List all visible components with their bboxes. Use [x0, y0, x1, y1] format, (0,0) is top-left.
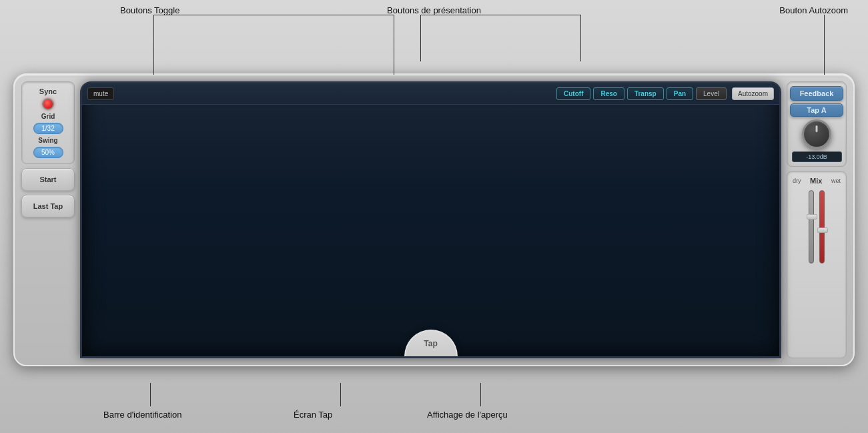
cutoff-button[interactable]: Cutoff — [556, 87, 590, 100]
wet-slider-thumb[interactable] — [817, 228, 828, 233]
annotations-top: Boutons Toggle Boutons de présentation B… — [0, 0, 868, 67]
pan-button[interactable]: Pan — [667, 87, 693, 100]
center-display: mute Cutoff Reso Transp Pan Level Autozo… — [80, 81, 781, 358]
toggle-bracket-top — [153, 15, 394, 15]
swing-value[interactable]: 50% — [33, 147, 63, 158]
identification-bar-annotation: Barre d'identification — [103, 410, 181, 420]
tap-screen-annotation: Écran Tap — [294, 410, 332, 420]
start-button[interactable]: Start — [21, 168, 75, 191]
mix-section: dry Mix wet — [787, 171, 847, 358]
mix-sliders — [809, 190, 825, 270]
feedback-knob[interactable] — [802, 119, 831, 149]
left-buttons-section: Start Last Tap — [21, 168, 75, 358]
sync-toggle[interactable] — [42, 98, 54, 110]
mix-header: dry Mix wet — [790, 177, 843, 185]
plugin-body: Sync Grid 1/32 Swing 50% Start Last Tap … — [13, 73, 855, 366]
grid-label: Grid — [41, 113, 55, 120]
toggle-line-right — [394, 15, 394, 75]
tap-screen-line — [340, 383, 341, 406]
mix-wet-label: wet — [831, 177, 841, 184]
dry-slider-thumb[interactable] — [807, 214, 817, 220]
transp-button[interactable]: Transp — [627, 87, 664, 100]
preview-line-annot — [480, 383, 481, 406]
tap-display-label: Tap — [424, 339, 437, 348]
sync-label: Sync — [39, 87, 57, 95]
right-panel: Feedback Tap A -13.0dB dry Mix wet — [787, 81, 847, 358]
swing-label: Swing — [38, 137, 57, 144]
id-bar-line — [150, 383, 151, 406]
display-toolbar: mute Cutoff Reso Transp Pan Level Autozo… — [82, 83, 779, 105]
tap-a-button[interactable]: Tap A — [790, 103, 843, 117]
autozoom-button-annotation: Bouton Autozoom — [779, 5, 848, 15]
toggle-line-left — [153, 15, 154, 75]
feedback-section: Feedback Tap A -13.0dB — [787, 81, 847, 167]
presentation-buttons-annotation: Boutons de présentation — [387, 5, 481, 15]
db-display: -13.0dB — [792, 151, 842, 162]
mute-button[interactable]: mute — [87, 87, 114, 100]
pres-line-left — [420, 15, 421, 61]
mix-dry-label: dry — [793, 177, 801, 184]
last-tap-button[interactable]: Last Tap — [21, 195, 75, 218]
mix-label: Mix — [810, 177, 822, 185]
preview-display-annotation: Affichage de l'aperçu — [427, 410, 508, 420]
toggle-buttons-annotation: Boutons Toggle — [120, 5, 179, 15]
autozoom-button[interactable]: Autozoom — [732, 87, 774, 100]
display-frame: mute Cutoff Reso Transp Pan Level Autozo… — [80, 81, 781, 358]
pres-line-right — [580, 15, 581, 61]
left-panel: Sync Grid 1/32 Swing 50% Start Last Tap — [21, 81, 75, 358]
wet-slider-track[interactable] — [819, 190, 825, 264]
autozoom-line — [824, 15, 825, 75]
tap-display[interactable]: Tap — [404, 330, 458, 358]
sync-section: Sync Grid 1/32 Swing 50% — [21, 81, 75, 164]
grid-value[interactable]: 1/32 — [33, 123, 63, 134]
dry-slider-track[interactable] — [809, 190, 814, 264]
reso-button[interactable]: Reso — [593, 87, 624, 100]
main-container: Boutons Toggle Boutons de présentation B… — [0, 0, 868, 433]
level-button[interactable]: Level — [696, 87, 727, 100]
pres-bracket-top — [420, 15, 580, 15]
feedback-button[interactable]: Feedback — [790, 86, 843, 101]
